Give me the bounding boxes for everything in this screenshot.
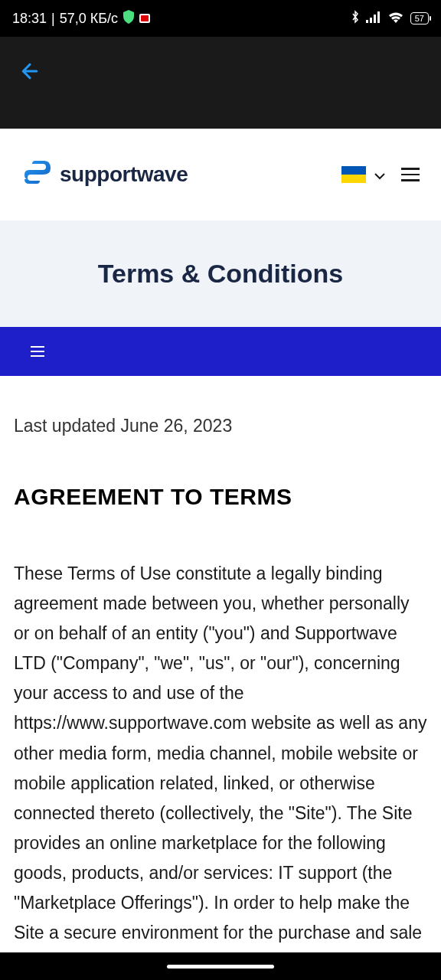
back-button[interactable] xyxy=(18,60,41,89)
page-title-section: Terms & Conditions xyxy=(0,220,441,327)
brand-name: supportwave xyxy=(60,162,188,187)
app-indicator-icon xyxy=(139,14,150,23)
flag-icon xyxy=(341,166,366,183)
status-time: 18:31 xyxy=(12,11,47,27)
svg-rect-0 xyxy=(366,20,368,23)
secondary-menu-button[interactable] xyxy=(31,346,44,357)
language-selector[interactable] xyxy=(341,166,386,184)
brand-logo-icon xyxy=(21,159,52,190)
last-updated-text: Last updated June 26, 2023 xyxy=(14,416,427,436)
battery-level: 57 xyxy=(415,14,424,23)
wifi-icon xyxy=(387,11,404,27)
app-header: supportwave xyxy=(0,129,441,220)
brand[interactable]: supportwave xyxy=(21,159,188,190)
system-nav-bar xyxy=(0,952,441,980)
status-right: 57 xyxy=(351,10,429,28)
header-actions xyxy=(341,166,420,184)
svg-rect-2 xyxy=(374,15,376,23)
section-heading: AGREEMENT TO TERMS xyxy=(14,484,427,510)
svg-rect-1 xyxy=(370,18,372,23)
status-data-rate: 57,0 КБ/с xyxy=(60,11,118,27)
status-bar: 18:31 | 57,0 КБ/с 57 xyxy=(0,0,441,37)
page-title: Terms & Conditions xyxy=(15,259,426,289)
bluetooth-icon xyxy=(351,10,360,28)
shield-icon xyxy=(122,10,135,27)
chevron-down-icon xyxy=(374,166,386,184)
body-text: These Terms of Use constitute a legally … xyxy=(14,559,427,978)
status-separator: | xyxy=(51,11,55,27)
battery-icon: 57 xyxy=(410,12,429,24)
signal-icon xyxy=(366,11,381,27)
content-area: Last updated June 26, 2023 AGREEMENT TO … xyxy=(0,376,441,980)
menu-button[interactable] xyxy=(401,168,420,181)
svg-rect-3 xyxy=(377,11,380,23)
navigation-back-bar xyxy=(0,37,441,129)
secondary-nav-bar xyxy=(0,327,441,376)
status-left: 18:31 | 57,0 КБ/с xyxy=(12,10,150,27)
home-indicator[interactable] xyxy=(167,965,274,969)
